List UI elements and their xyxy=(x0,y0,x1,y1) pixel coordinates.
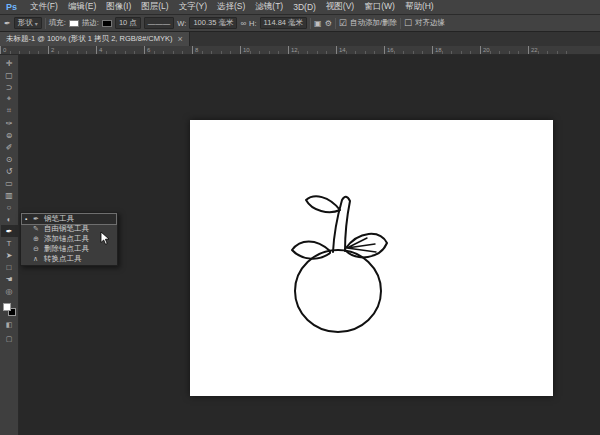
crop-tool[interactable]: ⌗ xyxy=(1,105,18,117)
width-label: W: xyxy=(177,19,186,28)
close-icon[interactable]: × xyxy=(177,35,182,44)
link-dimensions-icon[interactable]: ∞ xyxy=(240,19,246,28)
height-label: H: xyxy=(249,19,257,28)
eraser-tool[interactable]: ▭ xyxy=(1,177,18,189)
spot-healing-brush-tool[interactable]: ⊜ xyxy=(1,129,18,141)
menu-item[interactable]: 文字(Y) xyxy=(174,0,212,14)
separator xyxy=(310,18,311,29)
shape-height-input[interactable]: 114.84 毫米 xyxy=(260,17,307,29)
color-swatch-widget[interactable] xyxy=(3,303,16,316)
tool-icon: ⊕ xyxy=(33,235,41,243)
menu-item[interactable]: 窗口(W) xyxy=(359,0,400,14)
clone-stamp-tool[interactable]: ⊙ xyxy=(1,153,18,165)
menu-item[interactable]: 图层(L) xyxy=(136,0,173,14)
brush-tool[interactable]: ✐ xyxy=(1,141,18,153)
align-edges-checkbox[interactable]: ☐ xyxy=(404,18,412,28)
active-tool-marker: ▪ xyxy=(25,216,30,222)
ruler-mark: 16 xyxy=(384,46,432,54)
horizontal-ruler[interactable]: 0246810121416182022 xyxy=(0,46,600,55)
quick-selection-tool[interactable]: ⌖ xyxy=(1,93,18,105)
separator xyxy=(400,18,401,29)
stroke-swatch[interactable] xyxy=(102,20,112,27)
tools-panel: ✛▢⊃⌖⌗✑⊜✐⊙↺▭▥○◐✒T➤□☚◎ ◧ ▢ xyxy=(0,55,19,435)
gradient-tool[interactable]: ▥ xyxy=(1,189,18,201)
eyedropper-tool[interactable]: ✑ xyxy=(1,117,18,129)
menu-item[interactable]: 图像(I) xyxy=(101,0,136,14)
active-tool-icon: ✒ xyxy=(4,19,11,28)
menu-items: 文件(F)编辑(E)图像(I)图层(L)文字(Y)选择(S)滤镜(T)3D(D)… xyxy=(25,0,439,14)
canvas[interactable] xyxy=(190,120,553,396)
horizontal-type-tool[interactable]: T xyxy=(1,237,18,249)
flyout-item-label: 钢笔工具 xyxy=(44,214,113,224)
auto-add-delete-checkbox[interactable]: ☑ xyxy=(339,18,347,28)
lasso-tool[interactable]: ⊃ xyxy=(1,81,18,93)
dodge-tool[interactable]: ◐ xyxy=(1,213,18,225)
shape-width-input[interactable]: 100.35 毫米 xyxy=(189,17,237,29)
document-tab-title: 未标题-1 @ 100% (形状 1 拷贝 2, RGB/8#/CMYK) xyxy=(6,34,172,44)
path-operations-icon[interactable]: ▣ xyxy=(314,19,322,28)
flyout-menu-item[interactable]: ∧ 转换点工具 xyxy=(22,254,116,264)
menu-item[interactable]: 文件(F) xyxy=(25,0,63,14)
menu-item[interactable]: 视图(V) xyxy=(321,0,359,14)
tool-mode-dropdown[interactable]: 形状 ▾ xyxy=(14,17,42,29)
pen-tool[interactable]: ✒ xyxy=(1,225,18,237)
stroke-width-input[interactable]: 10 点 xyxy=(115,17,141,29)
path-selection-tool[interactable]: ➤ xyxy=(1,249,18,261)
ruler-mark: 4 xyxy=(96,46,144,54)
flyout-item-label: 转换点工具 xyxy=(44,254,113,264)
document-tab[interactable]: 未标题-1 @ 100% (形状 1 拷贝 2, RGB/8#/CMYK) × xyxy=(0,32,190,46)
blur-tool[interactable]: ○ xyxy=(1,201,18,213)
tool-options-bar: ✒ 形状 ▾ 填充: 描边: 10 点 ——— W: 100.35 毫米 ∞ H… xyxy=(0,15,600,32)
stroke-label: 描边: xyxy=(82,18,99,28)
ruler-mark: 8 xyxy=(192,46,240,54)
zoom-tool[interactable]: ◎ xyxy=(1,285,18,297)
separator xyxy=(45,18,46,29)
history-brush-tool[interactable]: ↺ xyxy=(1,165,18,177)
ruler-mark: 22 xyxy=(528,46,576,54)
stroke-style-dropdown[interactable]: ——— xyxy=(144,17,175,29)
ruler-mark: 6 xyxy=(144,46,192,54)
fill-swatch[interactable] xyxy=(69,20,79,27)
menu-item[interactable]: 编辑(E) xyxy=(63,0,101,14)
align-edges-label: 对齐边缘 xyxy=(415,18,445,28)
menu-item[interactable]: 帮助(H) xyxy=(400,0,439,14)
ruler-mark: 0 xyxy=(0,46,48,54)
tool-icon: ✒ xyxy=(33,215,41,223)
rectangle-tool[interactable]: □ xyxy=(1,261,18,273)
ruler-mark: 14 xyxy=(336,46,384,54)
rectangular-marquee-tool[interactable]: ▢ xyxy=(1,69,18,81)
photoshop-logo: Ps xyxy=(0,2,25,12)
ruler-mark: 18 xyxy=(432,46,480,54)
menu-bar: Ps 文件(F)编辑(E)图像(I)图层(L)文字(Y)选择(S)滤镜(T)3D… xyxy=(0,0,600,15)
tool-icon: ∧ xyxy=(33,255,41,263)
flyout-menu-item[interactable]: ▪ ✒ 钢笔工具 xyxy=(22,214,116,224)
auto-add-delete-label: 自动添加/删除 xyxy=(350,18,397,28)
document-tab-bar: 未标题-1 @ 100% (形状 1 拷贝 2, RGB/8#/CMYK) × xyxy=(0,32,600,46)
gear-icon[interactable]: ⚙ xyxy=(325,19,332,28)
quick-mask-button[interactable]: ◧ xyxy=(1,319,18,330)
tool-icon: ✎ xyxy=(33,225,41,233)
chevron-down-icon: ▾ xyxy=(35,20,38,27)
tool-mode-value: 形状 xyxy=(18,18,33,28)
fill-label: 填充: xyxy=(49,18,66,28)
ruler-mark: 2 xyxy=(48,46,96,54)
screen-mode-button[interactable]: ▢ xyxy=(1,333,18,344)
separator xyxy=(335,18,336,29)
tomato-line-art xyxy=(283,188,393,338)
hand-tool[interactable]: ☚ xyxy=(1,273,18,285)
menu-item[interactable]: 选择(S) xyxy=(212,0,250,14)
mouse-cursor xyxy=(100,231,111,246)
tool-list: ✛▢⊃⌖⌗✑⊜✐⊙↺▭▥○◐✒T➤□☚◎ xyxy=(1,57,18,297)
menu-item[interactable]: 滤镜(T) xyxy=(250,0,288,14)
move-tool[interactable]: ✛ xyxy=(1,57,18,69)
tool-icon: ⊖ xyxy=(33,245,41,253)
ruler-mark: 20 xyxy=(480,46,528,54)
menu-item[interactable]: 3D(D) xyxy=(288,0,321,14)
foreground-color-swatch[interactable] xyxy=(3,303,11,311)
ruler-mark: 10 xyxy=(240,46,288,54)
ruler-mark: 12 xyxy=(288,46,336,54)
